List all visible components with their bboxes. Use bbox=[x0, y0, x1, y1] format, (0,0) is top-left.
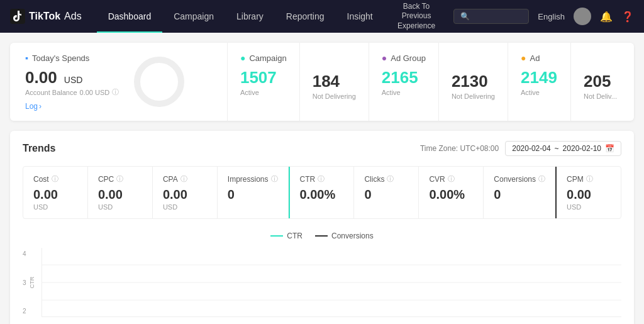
metric-cvr-header: CVR ⓘ bbox=[429, 174, 473, 184]
campaign-label: Campaign bbox=[249, 53, 286, 63]
log-link[interactable]: Log › bbox=[25, 102, 119, 111]
ad-not-delivering-label: Not Deliv... bbox=[584, 92, 621, 100]
metric-cpc: CPC ⓘ 0.00 USD bbox=[88, 167, 153, 218]
back-label: Back To Previous bbox=[392, 2, 441, 21]
campaign-active-pair: ● Campaign 1507 Active bbox=[228, 43, 300, 121]
today-spends-label: Today's Spends bbox=[32, 53, 89, 63]
metric-cpa-sub: USD bbox=[163, 203, 207, 211]
date-separator: ~ bbox=[555, 144, 559, 153]
help-icon[interactable]: ❓ bbox=[621, 11, 634, 23]
metric-ctr-header: CTR ⓘ bbox=[300, 174, 344, 184]
metric-cpm-info[interactable]: ⓘ bbox=[586, 174, 593, 184]
adgroup-active-pair: ● Ad Group 2165 Active bbox=[369, 43, 439, 121]
metric-clicks-header: Clicks ⓘ bbox=[364, 174, 408, 184]
nav-insight[interactable]: Insight bbox=[336, 0, 384, 33]
today-amount: 0.00 USD bbox=[25, 68, 119, 87]
adgroup-header: ● Ad Group bbox=[382, 53, 426, 63]
metric-impressions-header: Impressions ⓘ bbox=[228, 174, 278, 184]
metric-cpc-val: 0.00 bbox=[98, 187, 142, 202]
date-from: 2020-02-04 bbox=[512, 144, 550, 153]
back-to-previous[interactable]: Back To Previous Experience bbox=[384, 2, 449, 31]
metric-cpm: CPM ⓘ 0.00 USD bbox=[557, 167, 621, 218]
legend-conversions-label: Conversions bbox=[331, 232, 374, 240]
metric-cost-info[interactable]: ⓘ bbox=[52, 174, 58, 184]
date-range-picker[interactable]: 2020-02-04 ~ 2020-02-10 📅 bbox=[505, 141, 621, 156]
campaign-icon: ● bbox=[240, 53, 245, 63]
info-icon[interactable]: ⓘ bbox=[112, 87, 119, 97]
today-spends-icon: ▪ bbox=[25, 53, 28, 63]
metric-cpc-sub: USD bbox=[98, 203, 142, 211]
y-axis: 4 3 2 bbox=[23, 248, 26, 317]
ad-active-num: 2149 bbox=[521, 68, 558, 87]
trend-chart bbox=[42, 248, 621, 317]
metric-impressions-label: Impressions bbox=[228, 175, 269, 184]
metric-clicks-val: 0 bbox=[364, 187, 408, 202]
adgroup-active-label: Active bbox=[382, 89, 426, 96]
metric-ctr-label: CTR bbox=[300, 175, 316, 184]
metric-cpc-label: CPC bbox=[98, 175, 114, 184]
metric-clicks: Clicks ⓘ 0 bbox=[354, 167, 419, 218]
chevron-right-icon: › bbox=[39, 102, 42, 111]
brand-logo[interactable]: TikTok Ads bbox=[10, 9, 82, 24]
metric-clicks-label: Clicks bbox=[364, 175, 384, 184]
campaign-notdelivering-pair: 184 Not Delivering bbox=[300, 43, 369, 121]
metric-ctr-info[interactable]: ⓘ bbox=[318, 174, 325, 184]
avatar[interactable] bbox=[574, 8, 591, 25]
metric-conversions-label: Conversions bbox=[494, 175, 536, 184]
date-to: 2020-02-10 bbox=[563, 144, 601, 153]
metric-conversions-val: 0 bbox=[494, 187, 545, 202]
metric-cost-label: Cost bbox=[33, 175, 49, 184]
nav-campaign[interactable]: Campaign bbox=[162, 0, 225, 33]
nav-dashboard[interactable]: Dashboard bbox=[97, 0, 163, 33]
metric-cost: Cost ⓘ 0.00 USD bbox=[23, 167, 88, 218]
adgroup-label: Ad Group bbox=[391, 53, 426, 63]
language-selector[interactable]: English bbox=[538, 12, 565, 21]
ad-active-label: Active bbox=[521, 89, 558, 96]
metric-clicks-info[interactable]: ⓘ bbox=[387, 174, 394, 184]
metric-cpa-label: CPA bbox=[163, 175, 178, 184]
brand-ads-text: Ads bbox=[64, 11, 82, 22]
navbar: TikTok Ads Dashboard Campaign Library Re… bbox=[0, 0, 644, 33]
nav-right: 🔍 English 🔔 ❓ bbox=[453, 8, 634, 25]
summary-row: ▪ Today's Spends 0.00 USD Account Balanc… bbox=[10, 43, 634, 121]
ad-active-pair: ● Ad 2149 Active bbox=[508, 43, 571, 121]
nav-reporting[interactable]: Reporting bbox=[275, 0, 336, 33]
ad-header: ● Ad bbox=[521, 53, 558, 63]
campaign-not-delivering-label: Not Delivering bbox=[313, 92, 356, 100]
campaign-active-num: 1507 bbox=[240, 68, 287, 87]
donut-chart bbox=[134, 57, 184, 107]
metric-ctr: CTR ⓘ 0.00% bbox=[289, 167, 355, 218]
metric-cpc-header: CPC ⓘ bbox=[98, 174, 142, 184]
today-spends-header: ▪ Today's Spends bbox=[25, 53, 119, 63]
back-sub: Experience bbox=[392, 21, 441, 31]
y-tick-2: 2 bbox=[23, 308, 26, 315]
ad-label: Ad bbox=[530, 53, 540, 63]
ad-not-delivering-num: 205 bbox=[584, 72, 621, 91]
today-spends-card: ▪ Today's Spends 0.00 USD Account Balanc… bbox=[10, 43, 228, 121]
metric-impressions-info[interactable]: ⓘ bbox=[271, 174, 278, 184]
legend-conversions: Conversions bbox=[315, 232, 374, 240]
metric-cpm-val: 0.00 bbox=[567, 187, 611, 202]
metric-cpc-info[interactable]: ⓘ bbox=[116, 174, 123, 184]
metric-conversions: Conversions ⓘ 0 bbox=[484, 167, 557, 218]
metric-cvr-info[interactable]: ⓘ bbox=[448, 174, 455, 184]
metric-cvr-val: 0.00% bbox=[429, 187, 473, 202]
y-tick-3: 3 bbox=[23, 279, 26, 286]
nav-library[interactable]: Library bbox=[225, 0, 275, 33]
adgroup-not-delivering-num: 2130 bbox=[452, 72, 495, 91]
chart-legend: CTR Conversions bbox=[23, 232, 621, 240]
ad-icon: ● bbox=[521, 53, 526, 63]
metric-ctr-val: 0.00% bbox=[300, 187, 344, 202]
metric-cpa-info[interactable]: ⓘ bbox=[180, 174, 187, 184]
adgroup-not-delivering-label: Not Delivering bbox=[452, 92, 495, 100]
campaign-header: ● Campaign bbox=[240, 53, 287, 63]
metric-cpa-header: CPA ⓘ bbox=[163, 174, 207, 184]
adgroup-active-num: 2165 bbox=[382, 68, 426, 87]
notification-icon[interactable]: 🔔 bbox=[600, 11, 613, 23]
y-axis-label: CTR bbox=[29, 277, 35, 289]
metric-conversions-header: Conversions ⓘ bbox=[494, 174, 545, 184]
metric-conversions-info[interactable]: ⓘ bbox=[538, 174, 545, 184]
legend-ctr: CTR bbox=[270, 232, 303, 240]
metric-cost-val: 0.00 bbox=[33, 187, 77, 202]
nav-search[interactable]: 🔍 bbox=[453, 9, 529, 24]
